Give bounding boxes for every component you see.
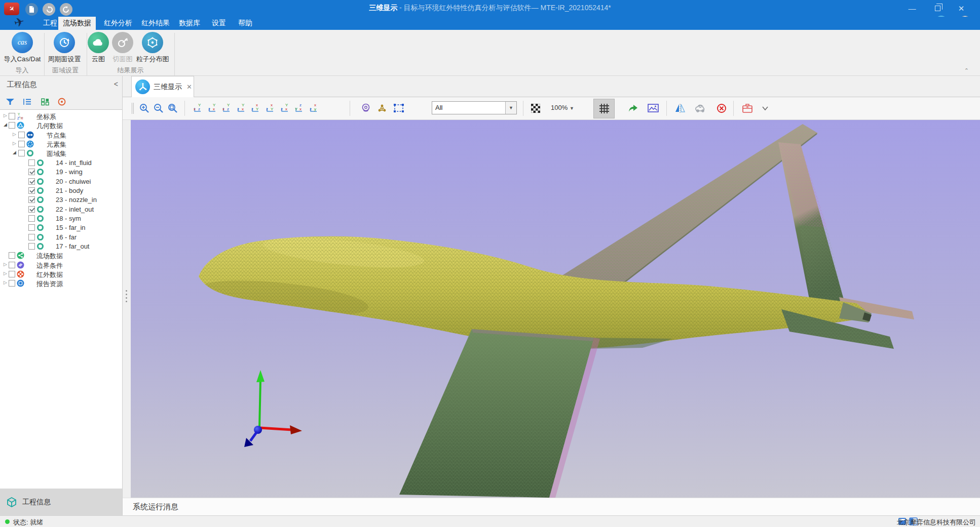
menu-item-5[interactable]: 设置 [207, 17, 231, 30]
tree-expander-icon[interactable]: ◢ [13, 150, 16, 155]
tab-close-icon[interactable]: ✕ [186, 83, 192, 91]
tree-item-label[interactable]: 面域集 [47, 149, 66, 158]
camera-view-button[interactable] [358, 100, 373, 116]
tree-item[interactable]: 20 - chuiwei [0, 177, 122, 186]
display-filter-select[interactable]: All ▼ [432, 101, 517, 114]
tree-item-checkbox[interactable] [28, 234, 35, 240]
node-graph-button[interactable] [374, 100, 390, 116]
tree-item-label[interactable]: 坐标系 [36, 112, 56, 121]
tree-item[interactable]: ▷边界条件 [0, 261, 122, 270]
view-orientation-button-1[interactable]: x z Y [190, 100, 205, 116]
transparency-button[interactable] [528, 100, 543, 116]
zoom-in-button[interactable] [137, 100, 152, 116]
panel-collapse-button[interactable]: < [114, 80, 118, 88]
tree-item-label[interactable]: 19 - wing [56, 168, 83, 176]
tree-item[interactable]: ▷YZX坐标系 [0, 112, 122, 121]
tree-expander-icon[interactable]: ▷ [4, 271, 7, 276]
mirror-button[interactable] [672, 100, 688, 116]
list-view-button[interactable] [21, 96, 33, 108]
tree-expander-icon[interactable]: ▷ [4, 280, 7, 285]
menu-item-2[interactable]: 红外分析 [99, 17, 137, 30]
panel-bottom-tab[interactable]: 工程信息 [0, 489, 122, 515]
tree-item-label[interactable]: 21 - body [56, 187, 83, 194]
tree-item-label[interactable]: 16 - far [56, 233, 77, 241]
view-orientation-button-8[interactable]: Y x z [291, 100, 307, 116]
tree-expander-icon[interactable]: ▷ [13, 132, 16, 137]
toolbar-drag-handle[interactable] [132, 103, 134, 114]
archive-box-button[interactable] [740, 100, 755, 116]
combo-dropdown-button[interactable]: ▼ [505, 102, 516, 114]
tree-item[interactable]: 14 - int_fluid [0, 158, 122, 168]
tree-item-label[interactable]: 边界条件 [36, 261, 63, 270]
tree-item[interactable]: 23 - nozzle_in [0, 195, 122, 205]
tree-item-checkbox[interactable] [28, 224, 35, 231]
menu-item-4[interactable]: 数据库 [174, 17, 205, 30]
tree-item-checkbox[interactable] [9, 252, 15, 259]
tree-item[interactable]: ▷红外数据 [0, 270, 122, 279]
view-orientation-button-7[interactable]: z x Y [277, 100, 292, 116]
tree-item-checkbox[interactable] [18, 150, 25, 156]
tree-item-checkbox[interactable] [28, 169, 35, 175]
cloud-plot-button[interactable]: 云图 [87, 32, 109, 64]
panel-splitter[interactable] [123, 120, 131, 498]
tree-item[interactable]: 15 - far_in [0, 223, 122, 232]
tree-item-checkbox[interactable] [28, 243, 35, 250]
tree-item-label[interactable]: 节点集 [47, 131, 66, 140]
import-cas-dat-button[interactable]: cas 导入Cas/Dat [1, 32, 44, 64]
locate-button[interactable] [56, 96, 68, 108]
tree-item-checkbox[interactable] [9, 113, 15, 119]
tree-item[interactable]: ▷元素集 [0, 140, 122, 149]
tree-expander-icon[interactable]: ◢ [4, 122, 7, 127]
tree-item-label[interactable]: 20 - chuiwei [56, 178, 91, 185]
cloud-share-button[interactable] [693, 100, 708, 116]
tree-item-checkbox[interactable] [9, 280, 15, 287]
tree-item-checkbox[interactable] [28, 187, 35, 194]
tree-item-checkbox[interactable] [28, 215, 35, 222]
tree-item-label[interactable]: 14 - int_fluid [56, 159, 92, 167]
archive-dropdown-icon[interactable] [760, 100, 770, 116]
tree-expander-icon[interactable]: ▷ [4, 113, 7, 118]
viewport-3d[interactable] [131, 120, 980, 498]
zoom-out-button[interactable] [151, 100, 166, 116]
tree-item-checkbox[interactable] [28, 178, 35, 185]
export-button[interactable] [625, 100, 640, 116]
tree-item[interactable]: ◢面域集 [0, 149, 122, 158]
menu-item-6[interactable]: 帮助 [234, 17, 257, 30]
tree-item[interactable]: 21 - body [0, 186, 122, 195]
tab-3d-view[interactable]: 三维显示 ✕ [131, 76, 194, 97]
tree-item-label[interactable]: 红外数据 [36, 270, 63, 279]
mesh-toggle-button[interactable] [593, 99, 615, 118]
tree-item-checkbox[interactable] [28, 196, 35, 203]
menu-item-1[interactable]: 流场数据 [58, 17, 96, 30]
box-select-button[interactable] [391, 100, 406, 116]
tree-item-label[interactable]: 15 - far_in [56, 224, 86, 231]
tree-item[interactable]: ▷节点集 [0, 131, 122, 140]
zoom-level-dropdown[interactable]: 100% ▼ [551, 104, 574, 111]
tree-item-label[interactable]: 报告资源 [36, 279, 63, 289]
view-orientation-button-6[interactable]: z Y x [262, 100, 278, 116]
tree-item-label[interactable]: 17 - far_out [56, 242, 90, 250]
periodic-surface-button[interactable]: 周期面设置 [44, 32, 85, 64]
tree-item-checkbox[interactable] [9, 262, 15, 268]
tree-item[interactable]: 22 - inlet_out [0, 205, 122, 214]
tree-item[interactable]: 流场数据 [0, 251, 122, 260]
tree-item[interactable]: 16 - far [0, 233, 122, 242]
filter-button[interactable] [4, 96, 16, 108]
particle-plot-button[interactable]: 粒子分布图 [135, 32, 170, 64]
tree-item-label[interactable]: 流场数据 [36, 252, 63, 261]
tree-item-checkbox[interactable] [9, 122, 15, 129]
tree-item[interactable]: 19 - wing [0, 168, 122, 177]
menu-item-3[interactable]: 红外结果 [137, 17, 174, 30]
clear-results-button[interactable] [714, 100, 729, 116]
tree-item-label[interactable]: 23 - nozzle_in [56, 196, 97, 204]
ribbon-collapse-icon[interactable]: ⌃ [964, 67, 969, 74]
close-button[interactable]: ✕ [950, 0, 973, 17]
tree-expander-icon[interactable]: ▷ [4, 262, 7, 267]
tree-item[interactable]: ▷报告资源 [0, 279, 122, 288]
tree-item-checkbox[interactable] [9, 271, 15, 277]
snapshot-button[interactable] [646, 100, 661, 116]
tree-item[interactable]: ◢几何数据 [0, 121, 122, 130]
restore-button[interactable] [926, 0, 949, 17]
zoom-fit-button[interactable] [165, 100, 180, 116]
view-orientation-button-3[interactable]: x z Y [219, 100, 234, 116]
